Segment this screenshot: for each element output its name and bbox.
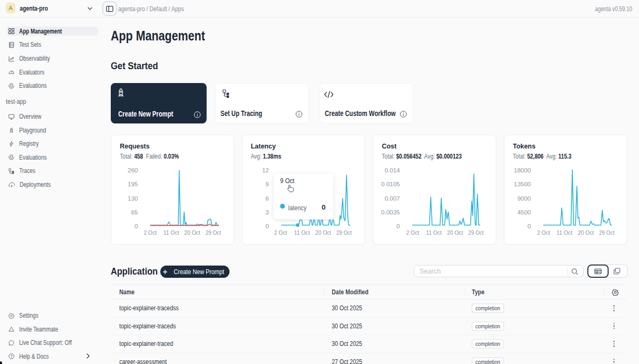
svg-text:2 Oct: 2 Oct: [274, 229, 288, 236]
svg-text:65: 65: [131, 209, 138, 216]
svg-text:20 Oct: 20 Oct: [447, 229, 464, 236]
svg-text:11 Oct: 11 Oct: [556, 229, 572, 236]
svg-text:0.014: 0.014: [384, 167, 400, 173]
svg-text:20 Oct: 20 Oct: [184, 229, 201, 236]
svg-text:29 Oct: 29 Oct: [206, 229, 222, 236]
svg-text:13500: 13500: [514, 181, 531, 187]
svg-text:0.007: 0.007: [384, 195, 400, 202]
svg-text:29 Oct: 29 Oct: [337, 229, 353, 236]
svg-text:0.0035: 0.0035: [381, 209, 400, 216]
svg-text:2 Oct: 2 Oct: [144, 229, 157, 236]
svg-text:20 Oct: 20 Oct: [578, 229, 594, 236]
svg-text:0: 0: [135, 223, 138, 229]
svg-text:20 Oct: 20 Oct: [315, 229, 332, 236]
svg-text:0: 0: [528, 223, 531, 229]
svg-text:6: 6: [266, 195, 269, 202]
svg-text:9000: 9000: [517, 195, 531, 202]
svg-text:2 Oct: 2 Oct: [406, 229, 420, 236]
svg-text:130: 130: [128, 195, 138, 202]
svg-text:0: 0: [266, 223, 269, 229]
svg-text:9: 9: [266, 181, 269, 187]
svg-text:2 Oct: 2 Oct: [537, 229, 551, 236]
svg-text:12: 12: [262, 167, 269, 173]
svg-text:4500: 4500: [517, 209, 531, 216]
svg-text:11 Oct: 11 Oct: [294, 229, 310, 236]
svg-text:195: 195: [128, 181, 138, 187]
svg-text:29 Oct: 29 Oct: [468, 229, 484, 236]
svg-text:3: 3: [266, 209, 269, 216]
svg-text:260: 260: [128, 167, 138, 173]
svg-text:11 Oct: 11 Oct: [426, 229, 442, 236]
svg-text:11 Oct: 11 Oct: [163, 229, 179, 236]
svg-text:0.0105: 0.0105: [381, 181, 400, 187]
svg-text:0: 0: [397, 223, 400, 229]
svg-text:29 Oct: 29 Oct: [599, 229, 615, 236]
svg-text:18000: 18000: [514, 167, 531, 173]
